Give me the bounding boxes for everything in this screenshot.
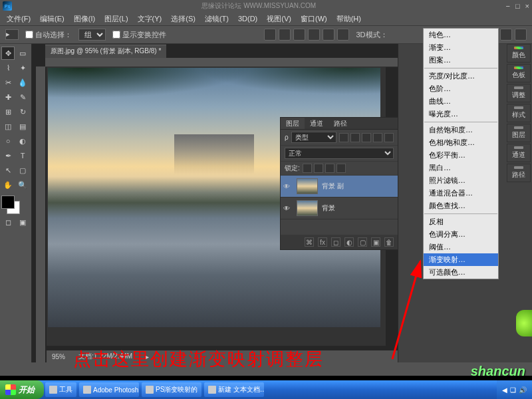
cm-gradient-map[interactable]: 渐变映射…	[424, 253, 498, 266]
align-icon[interactable]	[308, 29, 320, 41]
filter-pixel-icon[interactable]	[339, 133, 348, 142]
type-tool[interactable]: T	[16, 149, 29, 162]
wand-tool[interactable]: ✦	[16, 61, 29, 74]
lock-pixel-icon[interactable]	[314, 164, 323, 173]
align-icon[interactable]	[279, 29, 291, 41]
quickmask-tool[interactable]: ◻	[1, 215, 15, 229]
cm-channel-mixer[interactable]: 通道混合器…	[424, 187, 498, 200]
layer-mask-icon[interactable]: ◻	[331, 237, 340, 247]
delete-layer-icon[interactable]: 🗑	[384, 237, 394, 247]
align-icon[interactable]	[293, 29, 305, 41]
cm-threshold[interactable]: 阈值…	[424, 241, 498, 253]
pen-tool[interactable]: ✒	[1, 149, 15, 162]
auto-select-target[interactable]: 组	[78, 29, 106, 41]
lasso-tool[interactable]: ⌇	[1, 61, 15, 74]
move-tool[interactable]: ✥	[1, 47, 15, 60]
align-icon[interactable]	[323, 29, 334, 41]
start-button[interactable]: 开始	[0, 380, 44, 399]
cm-color-lookup[interactable]: 颜色查找…	[424, 200, 498, 212]
eyedropper-tool[interactable]: 💧	[16, 76, 29, 89]
minimize-icon[interactable]: −	[505, 2, 509, 10]
move-tool-icon[interactable]: ▸	[5, 29, 19, 40]
panel-tab-styles[interactable]: 样式	[507, 104, 531, 122]
cm-curves[interactable]: 曲线…	[424, 95, 498, 108]
maximize-icon[interactable]: □	[515, 2, 520, 10]
brush-tool[interactable]: ✎	[16, 90, 29, 104]
menu-file[interactable]: 文件(F)	[3, 13, 35, 25]
hand-tool[interactable]: ✋	[1, 178, 15, 192]
cm-vibrance[interactable]: 自然饱和度…	[424, 124, 498, 136]
panel-tab-color[interactable]: 颜色	[507, 44, 531, 63]
layer-item[interactable]: 👁 背景 副	[281, 176, 398, 198]
menu-select[interactable]: 选择(S)	[167, 13, 200, 25]
screenmode-tool[interactable]: ▣	[16, 215, 29, 229]
panel-tab-layers[interactable]: 图层	[507, 124, 531, 142]
panel-tab-swatches[interactable]: 色板	[507, 64, 531, 82]
filter-adjust-icon[interactable]	[350, 133, 360, 142]
layer-thumbnail[interactable]	[297, 178, 318, 194]
menu-window[interactable]: 窗口(W)	[297, 13, 331, 25]
visibility-icon[interactable]: 👁	[283, 183, 293, 190]
panel-tab-channels[interactable]: 通道	[507, 144, 531, 162]
cm-posterize[interactable]: 色调分离…	[424, 228, 498, 241]
path-tool[interactable]: ↖	[1, 164, 15, 177]
menu-help[interactable]: 帮助(H)	[332, 13, 365, 25]
cm-exposure[interactable]: 曝光度…	[424, 108, 498, 120]
layer-thumbnail[interactable]	[297, 200, 318, 216]
task-item[interactable]: 新建 文本文档…	[204, 382, 264, 397]
system-tray[interactable]: ◀ ❏ 🔊	[497, 380, 532, 399]
tab-layers[interactable]: 图层	[281, 118, 305, 129]
history-brush-tool[interactable]: ↻	[16, 105, 29, 118]
align-icon[interactable]	[337, 29, 349, 41]
task-item[interactable]: Adobe Photosh…	[79, 382, 139, 397]
lock-trans-icon[interactable]	[303, 164, 312, 173]
align-icon[interactable]	[264, 29, 276, 41]
shape-tool[interactable]: ▢	[16, 164, 29, 177]
cm-invert[interactable]: 反相	[424, 215, 498, 228]
task-item[interactable]: 工具	[45, 382, 76, 397]
new-layer-icon[interactable]: ▣	[371, 237, 380, 247]
fg-color[interactable]	[1, 196, 15, 209]
zoom-tool[interactable]: 🔍	[16, 178, 29, 192]
menu-filter[interactable]: 滤镜(T)	[201, 13, 233, 25]
crop-tool[interactable]: ✂	[1, 76, 15, 89]
cm-pattern[interactable]: 图案…	[424, 54, 498, 66]
cm-photo-filter[interactable]: 照片滤镜…	[424, 174, 498, 187]
group-icon[interactable]: ▢	[358, 237, 367, 247]
eraser-tool[interactable]: ◫	[1, 120, 15, 133]
blur-tool[interactable]: ○	[1, 134, 15, 148]
cm-levels[interactable]: 色阶…	[424, 82, 498, 95]
tab-channels[interactable]: 通道	[305, 118, 329, 129]
cm-brightness[interactable]: 亮度/对比度…	[424, 70, 498, 82]
color-swatch[interactable]	[1, 196, 20, 214]
tab-paths[interactable]: 路径	[329, 118, 352, 129]
cm-color-balance[interactable]: 色彩平衡…	[424, 149, 498, 162]
dodge-tool[interactable]: ◐	[16, 134, 29, 148]
layer-kind-select[interactable]: 类型	[291, 132, 336, 143]
menu-view[interactable]: 视图(V)	[263, 13, 295, 25]
cm-gradient[interactable]: 渐变…	[424, 41, 498, 54]
cm-selective-color[interactable]: 可选颜色…	[424, 266, 498, 279]
menu-image[interactable]: 图像(I)	[70, 13, 99, 25]
cm-solid-color[interactable]: 纯色…	[424, 29, 498, 41]
filter-type-icon[interactable]	[362, 133, 371, 142]
close-icon[interactable]: ×	[525, 2, 529, 10]
blend-mode-select[interactable]: 正常	[285, 148, 394, 159]
stamp-tool[interactable]: ⊞	[1, 105, 15, 118]
menu-3d[interactable]: 3D(D)	[234, 13, 261, 24]
lock-all-icon[interactable]	[336, 164, 346, 173]
menu-edit[interactable]: 编辑(E)	[36, 13, 68, 25]
gradient-tool[interactable]: ▤	[16, 120, 29, 133]
3d-icon[interactable]	[515, 29, 527, 41]
healing-tool[interactable]: ✚	[1, 90, 15, 104]
cm-bw[interactable]: 黑白…	[424, 162, 498, 174]
panel-tab-paths[interactable]: 路径	[507, 164, 531, 182]
visibility-icon[interactable]: 👁	[283, 205, 293, 211]
tray-icon[interactable]: ❏	[510, 386, 516, 394]
tray-icon[interactable]: 🔊	[519, 386, 527, 394]
3d-icon[interactable]	[500, 29, 512, 41]
adjustment-layer-icon[interactable]: ◐	[344, 237, 354, 247]
link-layers-icon[interactable]: ⌘	[305, 237, 314, 247]
filter-smart-icon[interactable]	[384, 133, 394, 142]
filter-shape-icon[interactable]	[373, 133, 382, 142]
